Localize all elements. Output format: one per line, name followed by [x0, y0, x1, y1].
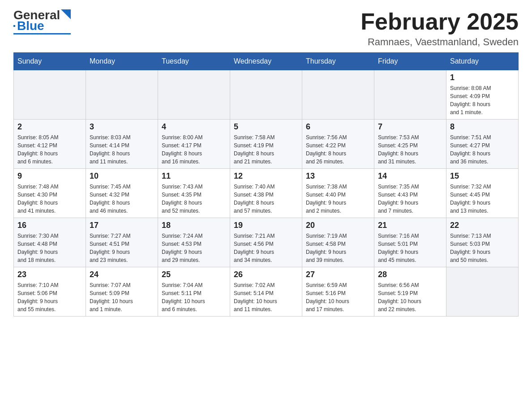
header-sunday: Sunday: [14, 53, 86, 70]
logo-blue: Blue: [17, 20, 44, 32]
header-thursday: Thursday: [302, 53, 374, 70]
day-number: 25: [162, 270, 226, 279]
calendar-cell: 11Sunrise: 7:43 AM Sunset: 4:35 PM Dayli…: [158, 169, 230, 218]
day-info: Sunrise: 7:07 AM Sunset: 5:09 PM Dayligh…: [90, 281, 154, 313]
day-info: Sunrise: 7:35 AM Sunset: 4:43 PM Dayligh…: [378, 183, 442, 215]
day-number: 17: [90, 221, 154, 230]
logo-underline: [13, 33, 71, 34]
calendar-cell: 7Sunrise: 7:53 AM Sunset: 4:25 PM Daylig…: [374, 120, 446, 169]
day-number: 10: [90, 171, 154, 181]
svg-marker-0: [61, 9, 71, 19]
weekday-header-row: SundayMondayTuesdayWednesdayThursdayFrid…: [14, 53, 519, 70]
day-info: Sunrise: 7:53 AM Sunset: 4:25 PM Dayligh…: [378, 133, 442, 166]
day-number: 7: [378, 122, 442, 132]
calendar-subtitle: Ramnaes, Vaestmanland, Sweden: [360, 36, 519, 48]
day-info: Sunrise: 7:04 AM Sunset: 5:11 PM Dayligh…: [162, 281, 226, 313]
day-info: Sunrise: 7:32 AM Sunset: 4:45 PM Dayligh…: [450, 183, 515, 215]
page-header: General Blue February 2025 Ramnaes, Vaes…: [13, 9, 519, 48]
header-wednesday: Wednesday: [230, 53, 302, 70]
calendar-cell: 22Sunrise: 7:13 AM Sunset: 5:03 PM Dayli…: [446, 218, 519, 267]
calendar-cell: [374, 70, 446, 120]
day-info: Sunrise: 7:51 AM Sunset: 4:27 PM Dayligh…: [450, 133, 515, 166]
week-row-5: 23Sunrise: 7:10 AM Sunset: 5:06 PM Dayli…: [14, 267, 519, 317]
logo: General Blue: [13, 9, 71, 34]
header-saturday: Saturday: [446, 53, 519, 70]
calendar-cell: 25Sunrise: 7:04 AM Sunset: 5:11 PM Dayli…: [158, 267, 230, 317]
day-info: Sunrise: 7:45 AM Sunset: 4:32 PM Dayligh…: [90, 183, 154, 215]
day-info: Sunrise: 6:59 AM Sunset: 5:16 PM Dayligh…: [306, 281, 370, 313]
day-number: 20: [306, 221, 370, 230]
calendar-cell: 16Sunrise: 7:30 AM Sunset: 4:48 PM Dayli…: [14, 218, 86, 267]
calendar-cell: 26Sunrise: 7:02 AM Sunset: 5:14 PM Dayli…: [230, 267, 302, 317]
calendar-cell: 19Sunrise: 7:21 AM Sunset: 4:56 PM Dayli…: [230, 218, 302, 267]
day-info: Sunrise: 7:24 AM Sunset: 4:53 PM Dayligh…: [162, 232, 226, 264]
week-row-2: 2Sunrise: 8:05 AM Sunset: 4:12 PM Daylig…: [14, 120, 519, 169]
day-number: 18: [162, 221, 226, 230]
calendar-cell: 17Sunrise: 7:27 AM Sunset: 4:51 PM Dayli…: [86, 218, 158, 267]
header-friday: Friday: [374, 53, 446, 70]
calendar-cell: 13Sunrise: 7:38 AM Sunset: 4:40 PM Dayli…: [302, 169, 374, 218]
calendar-cell: 2Sunrise: 8:05 AM Sunset: 4:12 PM Daylig…: [14, 120, 86, 169]
day-number: 12: [234, 171, 298, 181]
calendar-cell: [230, 70, 302, 120]
calendar-cell: 4Sunrise: 8:00 AM Sunset: 4:17 PM Daylig…: [158, 120, 230, 169]
calendar-cell: 6Sunrise: 7:56 AM Sunset: 4:22 PM Daylig…: [302, 120, 374, 169]
calendar-title: February 2025: [360, 9, 519, 34]
logo-triangle-icon: [61, 9, 71, 19]
day-number: 27: [306, 270, 370, 279]
day-number: 22: [450, 221, 515, 230]
day-number: 14: [378, 171, 442, 181]
calendar-cell: 21Sunrise: 7:16 AM Sunset: 5:01 PM Dayli…: [374, 218, 446, 267]
day-info: Sunrise: 7:27 AM Sunset: 4:51 PM Dayligh…: [90, 232, 154, 264]
day-info: Sunrise: 6:56 AM Sunset: 5:19 PM Dayligh…: [378, 281, 442, 313]
header-monday: Monday: [86, 53, 158, 70]
calendar-cell: [158, 70, 230, 120]
calendar-cell: 20Sunrise: 7:19 AM Sunset: 4:58 PM Dayli…: [302, 218, 374, 267]
day-info: Sunrise: 7:30 AM Sunset: 4:48 PM Dayligh…: [17, 232, 82, 264]
week-row-1: 1Sunrise: 8:08 AM Sunset: 4:09 PM Daylig…: [14, 70, 519, 120]
day-number: 1: [450, 73, 515, 82]
calendar-cell: [14, 70, 86, 120]
day-info: Sunrise: 7:38 AM Sunset: 4:40 PM Dayligh…: [306, 183, 370, 215]
title-area: February 2025 Ramnaes, Vaestmanland, Swe…: [360, 9, 519, 48]
day-info: Sunrise: 7:58 AM Sunset: 4:19 PM Dayligh…: [234, 133, 298, 166]
day-info: Sunrise: 7:40 AM Sunset: 4:38 PM Dayligh…: [234, 183, 298, 215]
calendar-cell: 14Sunrise: 7:35 AM Sunset: 4:43 PM Dayli…: [374, 169, 446, 218]
day-number: 8: [450, 122, 515, 132]
calendar-cell: 27Sunrise: 6:59 AM Sunset: 5:16 PM Dayli…: [302, 267, 374, 317]
day-info: Sunrise: 8:05 AM Sunset: 4:12 PM Dayligh…: [17, 133, 82, 166]
calendar-cell: 5Sunrise: 7:58 AM Sunset: 4:19 PM Daylig…: [230, 120, 302, 169]
day-info: Sunrise: 7:10 AM Sunset: 5:06 PM Dayligh…: [17, 281, 82, 313]
day-number: 13: [306, 171, 370, 181]
day-number: 5: [234, 122, 298, 132]
calendar-cell: 3Sunrise: 8:03 AM Sunset: 4:14 PM Daylig…: [86, 120, 158, 169]
day-number: 3: [90, 122, 154, 132]
day-info: Sunrise: 8:08 AM Sunset: 4:09 PM Dayligh…: [450, 84, 515, 116]
day-info: Sunrise: 7:16 AM Sunset: 5:01 PM Dayligh…: [378, 232, 442, 264]
day-info: Sunrise: 7:21 AM Sunset: 4:56 PM Dayligh…: [234, 232, 298, 264]
calendar-cell: 1Sunrise: 8:08 AM Sunset: 4:09 PM Daylig…: [446, 70, 519, 120]
calendar-cell: 8Sunrise: 7:51 AM Sunset: 4:27 PM Daylig…: [446, 120, 519, 169]
day-number: 28: [378, 270, 442, 279]
calendar-cell: [86, 70, 158, 120]
day-info: Sunrise: 7:19 AM Sunset: 4:58 PM Dayligh…: [306, 232, 370, 264]
calendar-cell: 24Sunrise: 7:07 AM Sunset: 5:09 PM Dayli…: [86, 267, 158, 317]
week-row-4: 16Sunrise: 7:30 AM Sunset: 4:48 PM Dayli…: [14, 218, 519, 267]
day-number: 19: [234, 221, 298, 230]
day-number: 2: [17, 122, 82, 132]
calendar-cell: [302, 70, 374, 120]
day-number: 21: [378, 221, 442, 230]
day-info: Sunrise: 7:56 AM Sunset: 4:22 PM Dayligh…: [306, 133, 370, 166]
calendar-cell: 9Sunrise: 7:48 AM Sunset: 4:30 PM Daylig…: [14, 169, 86, 218]
day-number: 4: [162, 122, 226, 132]
header-tuesday: Tuesday: [158, 53, 230, 70]
day-info: Sunrise: 7:43 AM Sunset: 4:35 PM Dayligh…: [162, 183, 226, 215]
calendar-cell: 28Sunrise: 6:56 AM Sunset: 5:19 PM Dayli…: [374, 267, 446, 317]
day-info: Sunrise: 7:13 AM Sunset: 5:03 PM Dayligh…: [450, 232, 515, 264]
calendar-cell: 12Sunrise: 7:40 AM Sunset: 4:38 PM Dayli…: [230, 169, 302, 218]
day-info: Sunrise: 7:48 AM Sunset: 4:30 PM Dayligh…: [17, 183, 82, 215]
calendar-cell: 18Sunrise: 7:24 AM Sunset: 4:53 PM Dayli…: [158, 218, 230, 267]
day-number: 24: [90, 270, 154, 279]
day-info: Sunrise: 8:03 AM Sunset: 4:14 PM Dayligh…: [90, 133, 154, 166]
day-number: 9: [17, 171, 82, 181]
